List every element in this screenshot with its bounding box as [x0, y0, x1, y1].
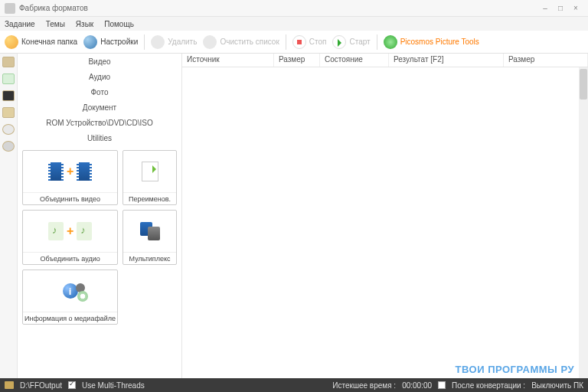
stop-label: Стоп — [309, 38, 327, 46]
tile-join-video[interactable]: + Объединить видео — [22, 150, 118, 205]
dest-folder-label: Конечная папка — [21, 38, 77, 46]
photo-category-icon[interactable] — [2, 90, 15, 101]
output-path[interactable]: D:\FFOutput — [20, 381, 62, 390]
menu-task[interactable]: Задание — [5, 20, 35, 28]
tile-mediainfo[interactable]: i Информация о медиафайле — [22, 270, 118, 325]
app-icon — [5, 3, 15, 14]
menu-help[interactable]: Помощь — [104, 20, 134, 28]
separator — [377, 34, 377, 50]
category-icon-strip — [0, 54, 18, 378]
plus-icon: + — [67, 165, 74, 178]
note-icon — [77, 222, 92, 240]
after-conversion-checkbox[interactable] — [438, 381, 446, 389]
delete-label: Удалить — [168, 38, 197, 46]
category-audio[interactable]: Аудио — [18, 69, 181, 84]
folder-icon[interactable] — [5, 381, 14, 389]
scrollbar-thumb[interactable] — [580, 69, 587, 100]
clear-button[interactable]: Очистить список — [203, 35, 279, 49]
tile-rename[interactable]: Переименов. — [122, 150, 177, 205]
mux-icon — [140, 222, 160, 240]
main-panel: Источник Размер Состояние Результат [F2]… — [182, 54, 588, 378]
tile-join-audio[interactable]: + Объединить аудио — [22, 210, 118, 265]
status-bar: D:\FFOutput Use Multi-Threads Истекшее в… — [0, 378, 588, 392]
tile-label: Информация о медиафайле — [23, 312, 117, 324]
folder-icon — [5, 35, 18, 49]
utility-tiles: + Объединить видео Переименов. + Объедин… — [18, 145, 181, 329]
col-size2[interactable]: Размер — [504, 54, 588, 67]
menu-themes[interactable]: Темы — [46, 20, 65, 28]
side-panel: Видео Аудио Фото Документ ROM Устройство… — [18, 54, 182, 378]
document-category-icon[interactable] — [2, 107, 15, 118]
multithreads-label[interactable]: Use Multi-Threads — [82, 381, 145, 390]
picosmos-button[interactable]: Picosmos Picture Tools — [384, 35, 479, 49]
col-size[interactable]: Размер — [274, 54, 320, 67]
category-document[interactable]: Документ — [18, 100, 181, 115]
play-icon — [332, 35, 346, 49]
category-photo[interactable]: Фото — [18, 84, 181, 100]
col-result[interactable]: Результат [F2] — [389, 54, 504, 67]
stop-button[interactable]: Стоп — [292, 35, 327, 49]
toolbar: Конечная папка Настройки Удалить Очистит… — [0, 31, 588, 54]
picosmos-label: Picosmos Picture Tools — [400, 38, 479, 46]
tile-label: Объединить аудио — [23, 252, 117, 264]
elapsed-label: Истекшее время : — [332, 381, 396, 390]
category-video[interactable]: Видео — [18, 54, 181, 69]
tile-label: Переименов. — [123, 192, 176, 204]
delete-button[interactable]: Удалить — [151, 35, 197, 49]
settings-label: Настройки — [100, 38, 138, 46]
separator — [286, 34, 286, 50]
plus-icon: + — [67, 224, 74, 238]
menu-bar: Задание Темы Язык Помощь — [0, 17, 588, 31]
tile-mux[interactable]: Мультиплекс — [122, 210, 177, 265]
delete-icon — [151, 35, 165, 49]
stop-icon — [292, 35, 306, 49]
file-list[interactable]: ТВОИ ПРОГРАММЫ РУ — [182, 67, 588, 378]
multithreads-checkbox[interactable] — [68, 381, 76, 389]
category-list: Видео Аудио Фото Документ ROM Устройство… — [18, 54, 181, 145]
tile-label: Объединить видео — [23, 192, 117, 204]
column-headers: Источник Размер Состояние Результат [F2]… — [182, 54, 588, 67]
start-button[interactable]: Старт — [332, 35, 370, 49]
window-title: Фабрика форматов — [19, 4, 88, 12]
menu-language[interactable]: Язык — [76, 20, 93, 28]
start-label: Старт — [349, 38, 370, 46]
minimize-button[interactable]: – — [537, 3, 553, 14]
document-arrow-icon — [142, 162, 158, 181]
video-category-icon[interactable] — [2, 57, 15, 67]
note-icon — [48, 222, 64, 240]
rom-category-icon[interactable] — [2, 124, 15, 135]
after-conversion-label: После конвертации : — [452, 381, 525, 390]
gear-icon — [83, 35, 97, 49]
info-icon: i — [59, 282, 82, 300]
category-utilities[interactable]: Utilities — [18, 130, 181, 145]
scrollbar[interactable] — [579, 67, 588, 378]
after-conversion-value[interactable]: Выключить ПК — [531, 381, 583, 390]
clear-label: Очистить список — [220, 38, 279, 46]
dest-folder-button[interactable]: Конечная папка — [5, 35, 77, 49]
category-rom[interactable]: ROM Устройство\DVD\CD\ISO — [18, 115, 181, 130]
film-icon — [77, 162, 92, 181]
col-state[interactable]: Состояние — [320, 54, 389, 67]
utilities-category-icon[interactable] — [2, 141, 15, 152]
audio-category-icon[interactable] — [2, 74, 15, 84]
watermark: ТВОИ ПРОГРАММЫ РУ — [456, 364, 574, 375]
settings-button[interactable]: Настройки — [83, 35, 138, 49]
picture-icon — [384, 35, 397, 49]
clear-icon — [203, 35, 217, 49]
separator — [144, 34, 145, 50]
tile-label: Мультиплекс — [123, 252, 176, 264]
col-source[interactable]: Источник — [182, 54, 274, 67]
film-icon — [48, 162, 64, 181]
maximize-button[interactable]: □ — [553, 3, 568, 14]
elapsed-value: 00:00:00 — [402, 381, 432, 390]
title-bar: Фабрика форматов – □ × — [0, 0, 588, 17]
close-button[interactable]: × — [568, 3, 583, 14]
